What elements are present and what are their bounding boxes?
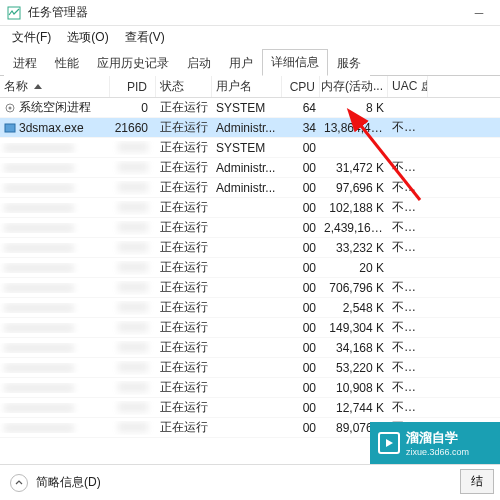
- process-name: 3dsmax.exe: [19, 121, 84, 135]
- grid-body[interactable]: 系统空闲进程0正在运行SYSTEM648 K3dsmax.exe21660正在运…: [0, 98, 500, 438]
- tab-3[interactable]: 启动: [178, 50, 220, 76]
- menu-file[interactable]: 文件(F): [4, 27, 59, 48]
- tabstrip: 进程性能应用历史记录启动用户详细信息服务: [0, 50, 500, 76]
- minimize-button[interactable]: ─: [464, 3, 494, 23]
- table-row[interactable]: 3dsmax.exe21660正在运行Administr...3413,864,…: [0, 118, 500, 138]
- col-cpu[interactable]: CPU: [282, 76, 320, 97]
- menubar: 文件(F) 选项(O) 查看(V): [0, 26, 500, 48]
- table-row[interactable]: 正在运行Administr...0031,472 K不允许: [0, 158, 500, 178]
- table-row[interactable]: 正在运行002,548 K不允许: [0, 298, 500, 318]
- tab-6[interactable]: 服务: [328, 50, 370, 76]
- window-title: 任务管理器: [28, 4, 464, 21]
- process-grid: 名称 PID 状态 用户名 CPU 内存(活动... UAC 虚 系统空闲进程0…: [0, 76, 500, 438]
- table-row[interactable]: 正在运行SYSTEM00: [0, 138, 500, 158]
- end-task-button[interactable]: 结: [460, 469, 494, 494]
- tab-2[interactable]: 应用历史记录: [88, 50, 178, 76]
- play-icon: [378, 432, 400, 454]
- menu-view[interactable]: 查看(V): [117, 27, 173, 48]
- watermark-url: zixue.3d66.com: [406, 447, 469, 457]
- process-name: 系统空闲进程: [19, 99, 91, 116]
- footer: 简略信息(D): [0, 464, 500, 500]
- tab-1[interactable]: 性能: [46, 50, 88, 76]
- col-pid[interactable]: PID: [110, 76, 156, 97]
- titlebar: 任务管理器 ─: [0, 0, 500, 26]
- process-icon: [4, 122, 16, 134]
- col-mem[interactable]: 内存(活动...: [320, 76, 388, 97]
- table-row[interactable]: 正在运行0034,168 K不允许: [0, 338, 500, 358]
- watermark: 溜溜自学 zixue.3d66.com: [370, 422, 500, 464]
- sort-indicator-icon: [34, 84, 42, 89]
- chevron-up-icon[interactable]: [10, 474, 28, 492]
- table-row[interactable]: 正在运行0010,908 K不允许: [0, 378, 500, 398]
- tab-5[interactable]: 详细信息: [262, 49, 328, 76]
- table-row[interactable]: 正在运行0012,744 K不允许: [0, 398, 500, 418]
- col-user[interactable]: 用户名: [212, 76, 282, 97]
- process-icon: [4, 102, 16, 114]
- task-manager-icon: [6, 5, 22, 21]
- table-row[interactable]: 正在运行00102,188 K不允许: [0, 198, 500, 218]
- table-row[interactable]: 正在运行0033,232 K不允许: [0, 238, 500, 258]
- table-row[interactable]: 系统空闲进程0正在运行SYSTEM648 K: [0, 98, 500, 118]
- table-row[interactable]: 正在运行Administr...0097,696 K不允许: [0, 178, 500, 198]
- col-status[interactable]: 状态: [156, 76, 212, 97]
- table-row[interactable]: 正在运行0020 K: [0, 258, 500, 278]
- table-row[interactable]: 正在运行0053,220 K不允许: [0, 358, 500, 378]
- table-row[interactable]: 正在运行00706,796 K不允许: [0, 278, 500, 298]
- grid-header: 名称 PID 状态 用户名 CPU 内存(活动... UAC 虚: [0, 76, 500, 98]
- svg-rect-3: [5, 124, 15, 132]
- table-row[interactable]: 正在运行00149,304 K不允许: [0, 318, 500, 338]
- menu-options[interactable]: 选项(O): [59, 27, 116, 48]
- svg-point-2: [9, 106, 12, 109]
- fewer-details-link[interactable]: 简略信息(D): [36, 474, 101, 491]
- tab-4[interactable]: 用户: [220, 50, 262, 76]
- col-uac[interactable]: UAC 虚: [388, 76, 428, 97]
- watermark-brand: 溜溜自学: [406, 429, 469, 447]
- tab-0[interactable]: 进程: [4, 50, 46, 76]
- table-row[interactable]: 正在运行002,439,164...不允许: [0, 218, 500, 238]
- col-name[interactable]: 名称: [0, 76, 110, 97]
